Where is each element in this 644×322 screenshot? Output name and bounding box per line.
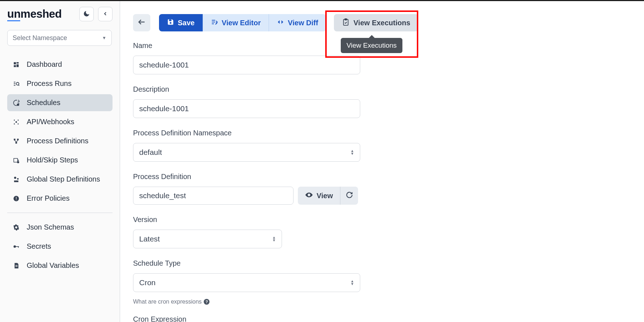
description-input[interactable] xyxy=(133,99,360,118)
help-icon: ? xyxy=(204,299,209,305)
moon-icon xyxy=(83,10,90,18)
dashboard-icon xyxy=(12,61,20,69)
version-label: Version xyxy=(133,216,644,224)
sidebar-item-label: Schedules xyxy=(27,99,60,107)
view-diff-label: View Diff xyxy=(288,19,318,27)
svg-rect-32 xyxy=(16,266,18,267)
webhooks-icon xyxy=(12,118,20,126)
sidebar-item-label: API/Webhooks xyxy=(27,118,74,126)
sidebar-item-label: Process Definitions xyxy=(27,137,88,145)
svg-rect-17 xyxy=(16,142,17,144)
svg-rect-30 xyxy=(18,246,19,248)
sidebar-item-schedules[interactable]: Schedules xyxy=(7,94,113,111)
save-icon xyxy=(167,18,174,27)
svg-point-13 xyxy=(14,123,15,124)
svg-rect-31 xyxy=(16,265,18,266)
toolbar-group: Save View Editor View Diff xyxy=(159,14,326,31)
sidebar-item-label: Global Variables xyxy=(27,261,79,270)
svg-line-19 xyxy=(16,140,18,142)
sidebar-item-api-webhooks[interactable]: API/Webhooks xyxy=(7,113,113,130)
svg-rect-26 xyxy=(16,197,17,199)
sort-arrows-icon: ▲▼ xyxy=(350,280,354,286)
sidebar-item-json-schemas[interactable]: Json Schemas xyxy=(7,219,113,236)
sidebar-item-global-step-definitions[interactable]: Global Step Definitions xyxy=(7,171,113,188)
main-content: Save View Editor View Diff xyxy=(120,1,644,322)
svg-point-10 xyxy=(16,121,17,123)
svg-rect-1 xyxy=(17,62,19,64)
svg-marker-39 xyxy=(278,20,280,24)
save-button[interactable]: Save xyxy=(159,14,203,31)
sidebar-header: unmeshed xyxy=(7,7,113,21)
sidebar-nav: Dashboard Process Runs Schedules API/Web… xyxy=(7,56,113,274)
chevron-left-icon xyxy=(102,11,108,18)
sidebar-item-label: Global Step Definitions xyxy=(27,175,100,183)
sidebar-item-dashboard[interactable]: Dashboard xyxy=(7,56,113,73)
view-btn-label: View xyxy=(317,192,333,200)
svg-point-12 xyxy=(18,119,19,121)
theme-toggle-button[interactable] xyxy=(79,7,94,21)
svg-point-23 xyxy=(17,178,19,180)
svg-rect-0 xyxy=(14,62,16,64)
svg-rect-16 xyxy=(17,139,19,140)
sort-arrows-icon: ▲▼ xyxy=(272,236,276,242)
namespace-select[interactable]: Select Namespace ▼ xyxy=(7,30,112,46)
sidebar-item-secrets[interactable]: Secrets xyxy=(7,238,113,255)
namespace-label: Process Definition Namespace xyxy=(133,129,644,137)
variables-icon xyxy=(12,262,20,270)
cron-help-text[interactable]: What are cron expressions ? xyxy=(133,299,644,305)
svg-point-35 xyxy=(170,22,172,24)
sidebar-item-label: Json Schemas xyxy=(27,223,74,231)
hold-skip-icon xyxy=(12,156,20,164)
sidebar-item-error-policies[interactable]: Error Policies xyxy=(7,190,113,207)
svg-rect-27 xyxy=(16,200,17,200)
collapse-sidebar-button[interactable] xyxy=(98,7,113,21)
svg-rect-42 xyxy=(345,18,347,20)
schedule-form: Name Description Process Definition Name… xyxy=(133,42,644,322)
name-input[interactable] xyxy=(133,56,360,74)
process-def-label: Process Definition xyxy=(133,173,644,181)
sidebar-item-global-variables[interactable]: Global Variables xyxy=(7,257,113,274)
save-label: Save xyxy=(178,19,195,27)
svg-point-28 xyxy=(14,245,16,248)
view-diff-button[interactable]: View Diff xyxy=(269,14,326,31)
view-process-button[interactable]: View xyxy=(298,187,340,205)
svg-line-8 xyxy=(18,85,19,86)
sidebar-item-process-runs[interactable]: Process Runs xyxy=(7,75,113,92)
sidebar-item-label: Process Runs xyxy=(27,79,72,88)
key-icon xyxy=(12,243,20,251)
arrow-left-icon xyxy=(137,18,146,28)
sidebar: unmeshed Select Namespace ▼ xyxy=(0,1,120,322)
version-select[interactable]: Latest ▲▼ xyxy=(133,230,282,248)
schedule-type-select[interactable]: Cron ▲▼ xyxy=(133,273,360,292)
clipboard-check-icon xyxy=(342,18,350,28)
diff-icon xyxy=(277,18,284,27)
view-executions-button[interactable]: View Executions xyxy=(334,14,418,31)
process-runs-icon xyxy=(12,80,20,88)
schedule-type-label: Schedule Type xyxy=(133,259,644,267)
sidebar-item-label: Secrets xyxy=(27,242,51,251)
sidebar-item-label: Hold/Skip Steps xyxy=(27,156,78,164)
sidebar-item-label: Dashboard xyxy=(27,60,62,69)
svg-line-18 xyxy=(15,140,17,142)
definitions-icon xyxy=(12,137,20,145)
cron-expr-label: Cron Expression xyxy=(133,315,644,322)
editor-icon xyxy=(211,18,218,27)
namespace-select-field[interactable]: default ▲▼ xyxy=(133,143,360,162)
description-label: Description xyxy=(133,85,644,93)
nav-divider xyxy=(7,213,113,213)
gear-icon xyxy=(12,223,20,231)
error-icon xyxy=(12,195,20,203)
toolbar: Save View Editor View Diff xyxy=(133,14,644,31)
refresh-button[interactable] xyxy=(340,187,358,205)
sidebar-item-hold-skip[interactable]: Hold/Skip Steps xyxy=(7,152,113,169)
sidebar-item-label: Error Policies xyxy=(27,194,70,203)
process-def-input[interactable] xyxy=(133,187,294,205)
view-editor-button[interactable]: View Editor xyxy=(203,14,269,31)
view-editor-label: View Editor xyxy=(222,19,261,27)
svg-point-11 xyxy=(14,119,15,121)
svg-rect-15 xyxy=(14,139,16,140)
sidebar-item-process-definitions[interactable]: Process Definitions xyxy=(7,132,113,149)
namespace-placeholder: Select Namespace xyxy=(13,34,67,42)
svg-marker-40 xyxy=(282,20,283,24)
back-button[interactable] xyxy=(133,14,150,31)
